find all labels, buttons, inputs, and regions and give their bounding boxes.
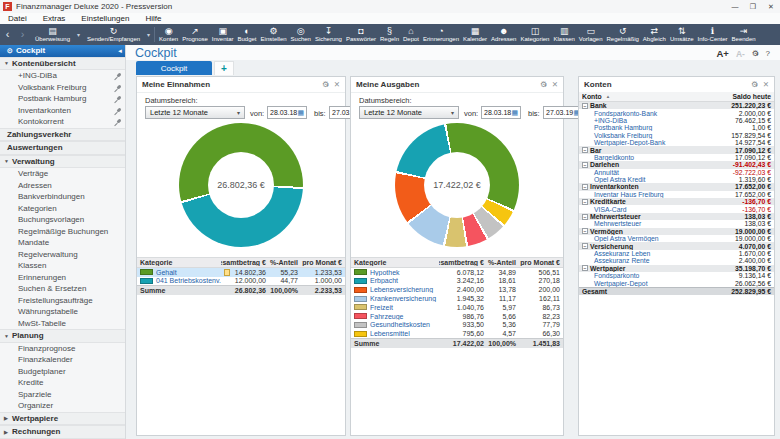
toolbar-regeln[interactable]: §Regeln: [378, 24, 401, 45]
column-header-saldo[interactable]: Saldo heute: [732, 93, 771, 100]
toolbar-einstellen[interactable]: ⚙Einstellen: [259, 24, 289, 45]
sidebar-item-sparziele[interactable]: Sparziele: [0, 389, 125, 401]
konten-row[interactable]: −Kreditkarte-136,70 €: [579, 198, 774, 205]
konten-row[interactable]: −Vermögen19.000,00 €: [579, 228, 774, 235]
menu-item-hilfe[interactable]: Hilfe: [137, 14, 169, 23]
toolbar-depot[interactable]: ⌂Depot: [401, 24, 421, 45]
pin-icon[interactable]: [115, 108, 121, 114]
collapse-icon[interactable]: −: [582, 243, 588, 249]
close-button[interactable]: ✕: [762, 0, 780, 13]
collapse-icon[interactable]: −: [582, 184, 588, 190]
sidebar-item-inventarkonten[interactable]: Inventarkonten: [0, 105, 125, 117]
collapse-icon[interactable]: −: [582, 228, 588, 234]
column-header[interactable]: %-Anteil: [269, 259, 301, 266]
panel-close-icon[interactable]: ✕: [552, 80, 558, 89]
sidebar-item-budgetplaner[interactable]: Budgetplaner: [0, 366, 125, 378]
collapse-icon[interactable]: −: [582, 265, 588, 271]
column-header[interactable]: %-Anteil: [487, 259, 519, 266]
toolbar-adressen[interactable]: ☻Adressen: [489, 24, 518, 45]
sidebar-item-zahlungsverkehr[interactable]: Zahlungsverkehr: [0, 128, 125, 142]
panel-close-icon[interactable]: ✕: [334, 80, 340, 89]
toolbar-abgleich[interactable]: ⇄Abgleich: [641, 24, 668, 45]
table-row[interactable]: Gesundheitskosten933,505,3677,79: [351, 321, 563, 330]
sidebar-item-finanzprognose[interactable]: Finanzprognose: [0, 343, 125, 355]
table-row[interactable]: 041 Betriebskostenv. V12.000,0044,771.00…: [137, 277, 345, 286]
sidebar-item-verwaltung[interactable]: ▼Verwaltung: [0, 155, 125, 169]
menu-item-einstellungen[interactable]: Einstellungen: [73, 14, 137, 23]
sidebar-item-mandate[interactable]: Mandate: [0, 237, 125, 249]
konten-row[interactable]: Fondsparkonto-Bank2.000,00 €: [579, 109, 774, 116]
konten-row[interactable]: −Darlehen-91.402,43 €: [579, 161, 774, 168]
column-header[interactable]: Kategorie: [351, 259, 439, 266]
konten-row[interactable]: Opel Astra Kredit1.319,60 €: [579, 176, 774, 183]
panel-gear-icon[interactable]: ⚙▾: [540, 80, 547, 89]
konten-total-row[interactable]: Gesamt252.829,95 €: [579, 287, 774, 295]
tab-cockpit[interactable]: Cockpit: [136, 61, 212, 75]
sidebar-item-volksbank-freiburg[interactable]: Volksbank Freiburg: [0, 82, 125, 94]
menu-item-extras[interactable]: Extras: [35, 14, 74, 23]
column-header[interactable]: Kategorie: [137, 259, 221, 266]
konten-row[interactable]: +ING-DiBa76.462,15 €: [579, 117, 774, 124]
toolbar-passw-rter[interactable]: ◘Passwörter: [344, 24, 378, 45]
sidebar-item-finanzkalender[interactable]: Finanzkalender: [0, 354, 125, 366]
pin-icon[interactable]: [115, 73, 121, 79]
sidebar-item-auswertungen[interactable]: Auswertungen: [0, 141, 125, 155]
column-header[interactable]: Gesamtbetrag €: [221, 259, 269, 266]
minimize-button[interactable]: —: [726, 0, 744, 13]
back-icon[interactable]: ‹: [0, 24, 15, 45]
table-row[interactable]: Lebensmittel795,604,5766,30: [351, 329, 563, 338]
sidebar-item-regelverwaltung[interactable]: Regelverwaltung: [0, 249, 125, 261]
panel-gear-icon[interactable]: ⚙▾: [751, 80, 758, 89]
konten-row[interactable]: Wertpapier-Depot26.062,56 €: [579, 279, 774, 286]
font-increase-button[interactable]: A+: [716, 48, 728, 59]
sidebar-item-regelm-ige-buchungen[interactable]: Regelmäßige Buchungen: [0, 226, 125, 238]
page-gear-icon[interactable]: ⚙▾: [752, 49, 759, 58]
konten-row[interactable]: Annuität-92.722,03 €: [579, 169, 774, 176]
sidebar-item-kredite[interactable]: Kredite: [0, 377, 125, 389]
toolbar-kalender[interactable]: ▦Kalender: [461, 24, 489, 45]
toolbar-konten[interactable]: ◉Konten: [157, 24, 180, 45]
konten-row[interactable]: −Bank251.220,23 €: [579, 102, 774, 109]
table-row[interactable]: Gehalt14.802,3655,231.233,53: [137, 268, 345, 277]
table-row[interactable]: Lebensversicherung2.400,0013,78200,00: [351, 285, 563, 294]
sidebar-item-klassen[interactable]: Klassen: [0, 260, 125, 272]
konten-row[interactable]: Inventar Haus Freiburg17.652,00 €: [579, 191, 774, 198]
toolbar-beenden[interactable]: ⇥Beenden: [730, 24, 758, 45]
menu-item-datei[interactable]: Datei: [0, 14, 35, 23]
date-range-select[interactable]: Letzte 12 Monate ▾: [359, 106, 459, 119]
toolbar-budget[interactable]: ◐Budget: [236, 24, 259, 45]
collapse-icon[interactable]: −: [582, 214, 588, 220]
von-date-field[interactable]: 28.03.18 ▦: [267, 106, 307, 119]
toolbar-klassen[interactable]: ▥Klassen: [551, 24, 576, 45]
font-decrease-button[interactable]: A-: [736, 49, 745, 59]
pin-icon[interactable]: [115, 85, 121, 91]
konten-row[interactable]: VISA-Card-136,70 €: [579, 205, 774, 212]
konten-row[interactable]: Postbank Hamburg1,00 €: [579, 124, 774, 131]
forward-icon[interactable]: ›: [15, 24, 30, 45]
note-icon[interactable]: [224, 269, 230, 276]
konten-row[interactable]: Bargeldkonto17.090,12 €: [579, 154, 774, 161]
pin-icon[interactable]: [115, 96, 121, 102]
sidebar-item-w-hrungstabelle[interactable]: Währungstabelle: [0, 306, 125, 318]
table-row[interactable]: Hypothek6.078,1234,89506,51: [351, 268, 563, 277]
table-row[interactable]: Erbpacht3.242,1618,61270,18: [351, 277, 563, 286]
konten-row[interactable]: Opel Astra Vermögen19.000,00 €: [579, 235, 774, 242]
von-date-field[interactable]: 28.03.18 ▦: [481, 106, 521, 119]
chevron-down-icon[interactable]: ▾: [75, 31, 82, 38]
ausgaben-donut-chart[interactable]: 17.422,02 €: [395, 123, 519, 247]
sidebar-item-buchungsvorlagen[interactable]: Buchungsvorlagen: [0, 214, 125, 226]
toolbar-regelm-ig[interactable]: ↺Regelmäßig: [605, 24, 641, 45]
konten-row[interactable]: Volksbank Freiburg157.829,54 €: [579, 132, 774, 139]
einnahmen-donut-chart[interactable]: 26.802,36 €: [179, 123, 303, 247]
table-row[interactable]: Freizeit1.040,765,9786,73: [351, 303, 563, 312]
toolbar-berweisung[interactable]: ▤Überweisung: [30, 24, 75, 45]
column-header-konto[interactable]: Konto▲: [582, 93, 732, 100]
sidebar-item-adressen[interactable]: Adressen: [0, 180, 125, 192]
column-header[interactable]: pro Monat €: [519, 259, 563, 266]
sidebar-item-cockpit[interactable]: ⊙Cockpit◄: [0, 45, 125, 57]
sidebar-item-vertr-ge[interactable]: Verträge: [0, 168, 125, 180]
konten-row[interactable]: −Wertpapier35.198,70 €: [579, 265, 774, 272]
toolbar-inventar[interactable]: ▣Inventar: [210, 24, 236, 45]
konten-row[interactable]: −Bar17.090,12 €: [579, 146, 774, 153]
sidebar-item-bankverbindungen[interactable]: Bankverbindungen: [0, 191, 125, 203]
